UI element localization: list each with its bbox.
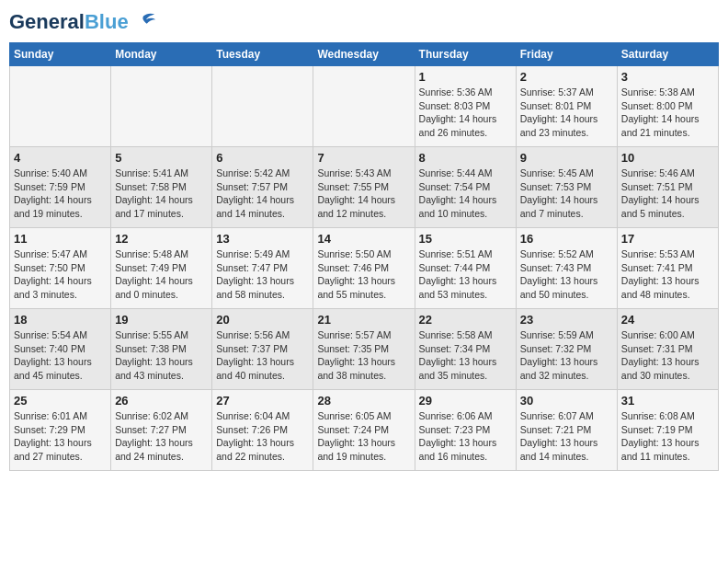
cell-content: Sunrise: 6:04 AM Sunset: 7:26 PM Dayligh… [216, 409, 309, 464]
calendar-week-row: 11Sunrise: 5:47 AM Sunset: 7:50 PM Dayli… [10, 228, 719, 309]
day-number: 19 [115, 313, 208, 327]
weekday-header-wednesday: Wednesday [313, 43, 415, 66]
page-header: GeneralBlue [9, 9, 719, 35]
day-number: 4 [14, 151, 107, 165]
cell-content: Sunrise: 6:05 AM Sunset: 7:24 PM Dayligh… [317, 409, 410, 464]
logo-text: GeneralBlue [9, 11, 129, 33]
cell-content: Sunrise: 5:42 AM Sunset: 7:57 PM Dayligh… [216, 167, 309, 221]
cell-content: Sunrise: 6:06 AM Sunset: 7:23 PM Dayligh… [419, 409, 512, 464]
day-number: 9 [520, 151, 613, 165]
day-number: 22 [419, 313, 512, 327]
day-number: 5 [115, 151, 208, 165]
day-number: 28 [317, 394, 410, 408]
calendar-cell: 20Sunrise: 5:56 AM Sunset: 7:37 PM Dayli… [212, 309, 313, 390]
cell-content: Sunrise: 6:07 AM Sunset: 7:21 PM Dayligh… [520, 409, 613, 464]
logo-bird-icon [131, 9, 156, 35]
day-number: 7 [317, 151, 410, 165]
day-number: 6 [216, 151, 309, 165]
day-number: 26 [115, 394, 208, 408]
day-number: 16 [520, 232, 613, 246]
calendar-cell: 9Sunrise: 5:45 AM Sunset: 7:53 PM Daylig… [516, 147, 617, 228]
calendar-cell: 7Sunrise: 5:43 AM Sunset: 7:55 PM Daylig… [313, 147, 415, 228]
calendar-cell: 15Sunrise: 5:51 AM Sunset: 7:44 PM Dayli… [415, 228, 516, 309]
calendar-header: SundayMondayTuesdayWednesdayThursdayFrid… [10, 43, 719, 66]
calendar-cell: 29Sunrise: 6:06 AM Sunset: 7:23 PM Dayli… [415, 390, 516, 471]
day-number: 18 [14, 313, 107, 327]
weekday-header-saturday: Saturday [617, 43, 718, 66]
calendar-cell: 25Sunrise: 6:01 AM Sunset: 7:29 PM Dayli… [10, 390, 111, 471]
cell-content: Sunrise: 5:46 AM Sunset: 7:51 PM Dayligh… [621, 167, 714, 221]
calendar-cell: 3Sunrise: 5:38 AM Sunset: 8:00 PM Daylig… [617, 66, 718, 147]
cell-content: Sunrise: 5:47 AM Sunset: 7:50 PM Dayligh… [14, 247, 107, 302]
calendar-cell: 4Sunrise: 5:40 AM Sunset: 7:59 PM Daylig… [10, 147, 111, 228]
day-number: 1 [419, 70, 512, 84]
calendar-cell [10, 66, 111, 147]
day-number: 30 [520, 394, 613, 408]
cell-content: Sunrise: 5:56 AM Sunset: 7:37 PM Dayligh… [216, 328, 309, 383]
calendar-cell [212, 66, 313, 147]
calendar-cell: 11Sunrise: 5:47 AM Sunset: 7:50 PM Dayli… [10, 228, 111, 309]
calendar-cell: 17Sunrise: 5:53 AM Sunset: 7:41 PM Dayli… [617, 228, 718, 309]
cell-content: Sunrise: 5:54 AM Sunset: 7:40 PM Dayligh… [14, 328, 107, 383]
cell-content: Sunrise: 6:08 AM Sunset: 7:19 PM Dayligh… [621, 409, 714, 464]
calendar-week-row: 1Sunrise: 5:36 AM Sunset: 8:03 PM Daylig… [10, 66, 719, 147]
cell-content: Sunrise: 5:49 AM Sunset: 7:47 PM Dayligh… [216, 247, 309, 302]
calendar-cell: 26Sunrise: 6:02 AM Sunset: 7:27 PM Dayli… [111, 390, 212, 471]
calendar-cell: 21Sunrise: 5:57 AM Sunset: 7:35 PM Dayli… [313, 309, 415, 390]
logo: GeneralBlue [9, 9, 156, 35]
cell-content: Sunrise: 5:36 AM Sunset: 8:03 PM Dayligh… [419, 86, 512, 140]
weekday-header-tuesday: Tuesday [212, 43, 313, 66]
cell-content: Sunrise: 6:01 AM Sunset: 7:29 PM Dayligh… [14, 409, 107, 464]
day-number: 10 [621, 151, 714, 165]
calendar-cell: 2Sunrise: 5:37 AM Sunset: 8:01 PM Daylig… [516, 66, 617, 147]
day-number: 17 [621, 232, 714, 246]
cell-content: Sunrise: 5:43 AM Sunset: 7:55 PM Dayligh… [317, 167, 410, 221]
cell-content: Sunrise: 5:53 AM Sunset: 7:41 PM Dayligh… [621, 247, 714, 302]
cell-content: Sunrise: 5:44 AM Sunset: 7:54 PM Dayligh… [419, 167, 512, 221]
calendar-cell: 6Sunrise: 5:42 AM Sunset: 7:57 PM Daylig… [212, 147, 313, 228]
cell-content: Sunrise: 5:59 AM Sunset: 7:32 PM Dayligh… [520, 328, 613, 383]
calendar-cell: 24Sunrise: 6:00 AM Sunset: 7:31 PM Dayli… [617, 309, 718, 390]
calendar-cell: 19Sunrise: 5:55 AM Sunset: 7:38 PM Dayli… [111, 309, 212, 390]
calendar-week-row: 4Sunrise: 5:40 AM Sunset: 7:59 PM Daylig… [10, 147, 719, 228]
day-number: 31 [621, 394, 714, 408]
calendar-cell: 13Sunrise: 5:49 AM Sunset: 7:47 PM Dayli… [212, 228, 313, 309]
calendar-cell: 23Sunrise: 5:59 AM Sunset: 7:32 PM Dayli… [516, 309, 617, 390]
cell-content: Sunrise: 5:40 AM Sunset: 7:59 PM Dayligh… [14, 167, 107, 221]
calendar-cell [313, 66, 415, 147]
calendar-cell: 16Sunrise: 5:52 AM Sunset: 7:43 PM Dayli… [516, 228, 617, 309]
calendar-cell [111, 66, 212, 147]
calendar-week-row: 18Sunrise: 5:54 AM Sunset: 7:40 PM Dayli… [10, 309, 719, 390]
day-number: 13 [216, 232, 309, 246]
cell-content: Sunrise: 5:52 AM Sunset: 7:43 PM Dayligh… [520, 247, 613, 302]
cell-content: Sunrise: 5:58 AM Sunset: 7:34 PM Dayligh… [419, 328, 512, 383]
cell-content: Sunrise: 5:41 AM Sunset: 7:58 PM Dayligh… [115, 167, 208, 221]
calendar-cell: 31Sunrise: 6:08 AM Sunset: 7:19 PM Dayli… [617, 390, 718, 471]
day-number: 27 [216, 394, 309, 408]
calendar-cell: 22Sunrise: 5:58 AM Sunset: 7:34 PM Dayli… [415, 309, 516, 390]
cell-content: Sunrise: 6:00 AM Sunset: 7:31 PM Dayligh… [621, 328, 714, 383]
day-number: 15 [419, 232, 512, 246]
calendar-week-row: 25Sunrise: 6:01 AM Sunset: 7:29 PM Dayli… [10, 390, 719, 471]
calendar-body: 1Sunrise: 5:36 AM Sunset: 8:03 PM Daylig… [10, 66, 719, 471]
cell-content: Sunrise: 5:57 AM Sunset: 7:35 PM Dayligh… [317, 328, 410, 383]
cell-content: Sunrise: 6:02 AM Sunset: 7:27 PM Dayligh… [115, 409, 208, 464]
calendar-cell: 8Sunrise: 5:44 AM Sunset: 7:54 PM Daylig… [415, 147, 516, 228]
weekday-header-thursday: Thursday [415, 43, 516, 66]
cell-content: Sunrise: 5:45 AM Sunset: 7:53 PM Dayligh… [520, 167, 613, 221]
weekday-header-friday: Friday [516, 43, 617, 66]
calendar-cell: 10Sunrise: 5:46 AM Sunset: 7:51 PM Dayli… [617, 147, 718, 228]
calendar-cell: 30Sunrise: 6:07 AM Sunset: 7:21 PM Dayli… [516, 390, 617, 471]
day-number: 29 [419, 394, 512, 408]
day-number: 23 [520, 313, 613, 327]
calendar-cell: 28Sunrise: 6:05 AM Sunset: 7:24 PM Dayli… [313, 390, 415, 471]
calendar-cell: 14Sunrise: 5:50 AM Sunset: 7:46 PM Dayli… [313, 228, 415, 309]
cell-content: Sunrise: 5:37 AM Sunset: 8:01 PM Dayligh… [520, 86, 613, 140]
day-number: 2 [520, 70, 613, 84]
calendar-table: SundayMondayTuesdayWednesdayThursdayFrid… [9, 42, 719, 471]
calendar-cell: 1Sunrise: 5:36 AM Sunset: 8:03 PM Daylig… [415, 66, 516, 147]
day-number: 12 [115, 232, 208, 246]
cell-content: Sunrise: 5:48 AM Sunset: 7:49 PM Dayligh… [115, 247, 208, 302]
day-number: 25 [14, 394, 107, 408]
calendar-cell: 5Sunrise: 5:41 AM Sunset: 7:58 PM Daylig… [111, 147, 212, 228]
